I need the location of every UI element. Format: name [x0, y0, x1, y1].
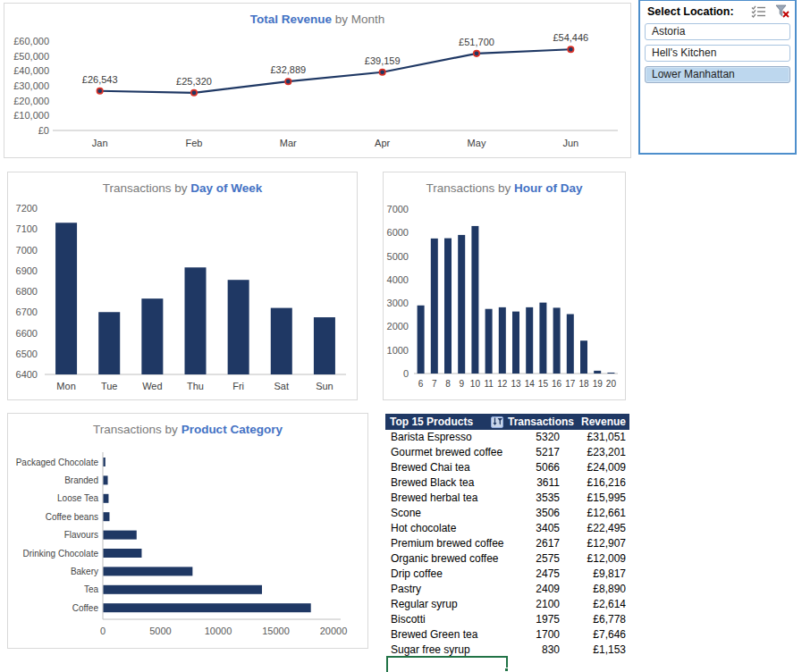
revenue-value: £8,890 — [572, 582, 629, 597]
bar — [458, 235, 465, 374]
svg-text:£60,000: £60,000 — [13, 36, 49, 46]
fill-handle[interactable] — [504, 668, 509, 672]
svg-text:16: 16 — [552, 379, 562, 389]
revenue-by-month-chart[interactable]: £0£10,000£20,000£30,000£40,000£50,000£60… — [4, 3, 631, 158]
svg-text:19: 19 — [593, 379, 604, 389]
slicer-item-hell-s-kitchen[interactable]: Hell's Kitchen — [645, 45, 790, 62]
bar — [607, 373, 614, 374]
transactions-value: 2100 — [508, 597, 572, 612]
svg-text:6400: 6400 — [16, 369, 38, 380]
svg-text:Drinking Chocolate: Drinking Chocolate — [23, 549, 99, 559]
chart-title-accent: Total Revenue — [250, 13, 332, 26]
product-name: Pastry — [385, 582, 508, 597]
table-header-products[interactable]: Top 15 Products — [385, 414, 508, 430]
revenue-value: £1,153 — [572, 643, 629, 658]
product-name: Brewed Green tea — [385, 627, 508, 643]
transactions-by-day-chart[interactable]: 640065006600670068006900700071007200MonT… — [7, 172, 358, 400]
bar — [228, 280, 249, 374]
chart-title-plain: Transactions by — [103, 181, 191, 195]
svg-text:Mon: Mon — [56, 381, 75, 391]
bar — [539, 303, 546, 374]
product-name: Organic brewed coffee — [385, 551, 508, 567]
slicer-item-astoria[interactable]: Astoria — [645, 23, 790, 40]
slicer-item-lower-manhattan[interactable]: Lower Manhattan — [645, 66, 790, 83]
svg-text:15: 15 — [538, 379, 549, 389]
table-row: Gourmet brewed coffee5217£23,201 — [385, 445, 629, 460]
sort-filter-icon[interactable] — [491, 416, 503, 428]
svg-text:May: May — [468, 138, 486, 148]
data-point — [379, 70, 384, 75]
svg-text:20000: 20000 — [320, 626, 348, 636]
table-header-revenue[interactable]: Revenue — [572, 414, 629, 430]
multi-select-icon[interactable] — [751, 5, 766, 18]
svg-text:£39,159: £39,159 — [365, 55, 401, 66]
svg-text:Wed: Wed — [142, 381, 162, 391]
bar — [55, 223, 77, 374]
bar — [567, 314, 574, 374]
svg-text:13: 13 — [511, 379, 521, 389]
svg-text:6000: 6000 — [387, 227, 409, 238]
transactions-value: 2409 — [508, 582, 572, 597]
svg-text:10000: 10000 — [205, 626, 232, 636]
product-name: Hot chocolate — [385, 521, 508, 536]
transactions-value: 2475 — [508, 567, 572, 582]
active-cell-selection[interactable] — [386, 656, 508, 672]
chart-title: Transactions by Day of Week — [8, 181, 357, 195]
svg-text:£0: £0 — [38, 125, 49, 136]
svg-text:£50,000: £50,000 — [13, 51, 49, 62]
table-row: Pastry2409£8,890 — [385, 582, 629, 597]
svg-text:8: 8 — [445, 379, 451, 389]
bar-chart-canvas: 640065006600670068006900700071007200MonT… — [8, 172, 357, 399]
svg-text:Coffee beans: Coffee beans — [46, 512, 98, 522]
transactions-by-category-chart[interactable]: 05000100001500020000Packaged ChocolateBr… — [7, 413, 368, 649]
chart-title-plain: Transactions by — [426, 181, 514, 195]
svg-text:6800: 6800 — [16, 286, 38, 297]
slicer-header: Select Location: — [640, 1, 795, 20]
chart-title-plain: by Month — [332, 13, 384, 26]
transactions-value: 3611 — [508, 475, 572, 491]
data-point — [191, 90, 197, 96]
table-row: Brewed herbal tea3535£15,995 — [385, 491, 629, 506]
bar — [104, 603, 311, 612]
svg-text:5000: 5000 — [387, 251, 409, 262]
svg-text:Branded: Branded — [64, 475, 98, 485]
bar — [104, 585, 263, 594]
table-row: Premium brewed coffee2617£12,907 — [385, 536, 629, 551]
svg-text:12: 12 — [497, 379, 508, 389]
slicer-title: Select Location: — [647, 5, 734, 18]
revenue-value: £15,995 — [572, 491, 629, 506]
svg-text:9: 9 — [459, 379, 464, 389]
revenue-value: £2,614 — [572, 597, 629, 612]
table-header-transactions[interactable]: Transactions — [508, 414, 572, 430]
product-name: Regular syrup — [385, 597, 508, 612]
svg-text:Loose Tea: Loose Tea — [57, 493, 98, 503]
table-row: Scone3506£12,661 — [385, 506, 629, 521]
transactions-value: 3535 — [508, 491, 572, 506]
svg-text:6700: 6700 — [16, 307, 38, 317]
transactions-by-hour-chart[interactable]: 0100020003000400050006000700067891011121… — [383, 172, 626, 400]
chart-title: Total Revenue by Month — [4, 13, 630, 26]
clear-filter-icon[interactable] — [775, 4, 789, 18]
svg-text:Jun: Jun — [562, 138, 578, 148]
transactions-value: 5066 — [508, 460, 572, 475]
svg-text:7000: 7000 — [387, 204, 409, 214]
svg-text:£30,000: £30,000 — [13, 80, 49, 91]
svg-text:11: 11 — [484, 379, 494, 389]
bar — [444, 239, 452, 374]
svg-text:0: 0 — [100, 626, 106, 636]
revenue-value: £31,051 — [572, 430, 629, 445]
revenue-value: £7,646 — [572, 627, 629, 643]
product-name: Brewed herbal tea — [385, 491, 508, 506]
svg-text:0: 0 — [403, 368, 409, 379]
chart-title-accent: Hour of Day — [514, 181, 583, 195]
table-row: Brewed Black tea3611£16,216 — [385, 475, 629, 491]
chart-title-accent: Product Category — [182, 423, 283, 436]
table-row: Regular syrup2100£2,614 — [385, 597, 629, 612]
revenue-value: £9,817 — [572, 567, 629, 582]
svg-text:6600: 6600 — [16, 328, 38, 339]
revenue-value: £16,216 — [572, 475, 629, 491]
table-row: Brewed Chai tea5066£24,009 — [385, 460, 629, 475]
bar — [314, 317, 335, 374]
bar — [418, 306, 425, 374]
bar — [271, 308, 292, 374]
